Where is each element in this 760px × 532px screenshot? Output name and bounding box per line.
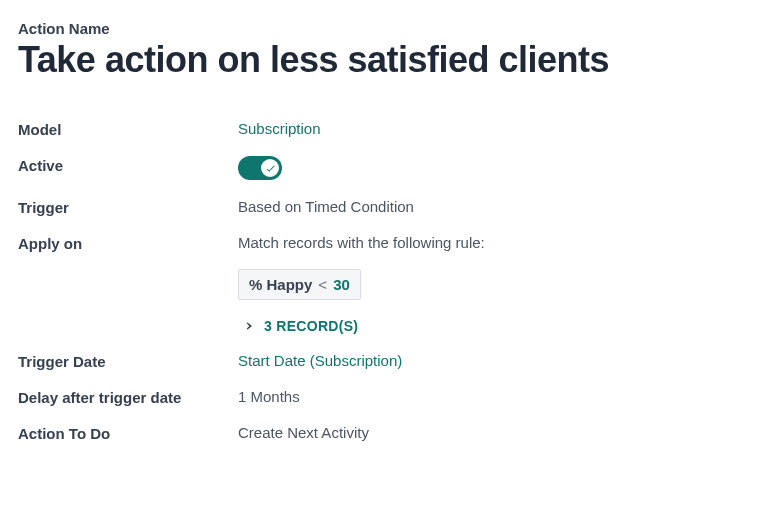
apply-on-description: Match records with the following rule: (238, 234, 742, 251)
rule-field: % Happy (249, 276, 312, 293)
action-name-label: Action Name (18, 20, 742, 37)
trigger-date-value[interactable]: Start Date (Subscription) (238, 352, 742, 369)
apply-on-value: Match records with the following rule: %… (238, 234, 742, 334)
trigger-date-label: Trigger Date (18, 352, 238, 370)
model-label: Model (18, 120, 238, 138)
toggle-knob (261, 159, 279, 177)
page-title: Take action on less satisfied clients (18, 39, 742, 80)
trigger-value: Based on Timed Condition (238, 198, 742, 215)
arrow-right-icon (238, 318, 254, 334)
apply-on-label: Apply on (18, 234, 238, 252)
model-value[interactable]: Subscription (238, 120, 742, 137)
action-to-do-value: Create Next Activity (238, 424, 742, 441)
records-link[interactable]: 3 RECORD(S) (238, 318, 742, 334)
action-to-do-label: Action To Do (18, 424, 238, 442)
active-value-cell (238, 156, 742, 180)
delay-label: Delay after trigger date (18, 388, 238, 406)
active-label: Active (18, 156, 238, 174)
records-label: 3 RECORD(S) (264, 318, 358, 334)
rule-value: 30 (333, 276, 350, 293)
trigger-label: Trigger (18, 198, 238, 216)
rule-chip[interactable]: % Happy < 30 (238, 269, 361, 300)
delay-value: 1 Months (238, 388, 742, 405)
check-icon (265, 163, 276, 174)
rule-op: < (318, 276, 327, 293)
active-toggle[interactable] (238, 156, 282, 180)
header: Action Name Take action on less satisfie… (18, 20, 742, 80)
form-grid: Model Subscription Active Trigger Based … (18, 120, 742, 442)
